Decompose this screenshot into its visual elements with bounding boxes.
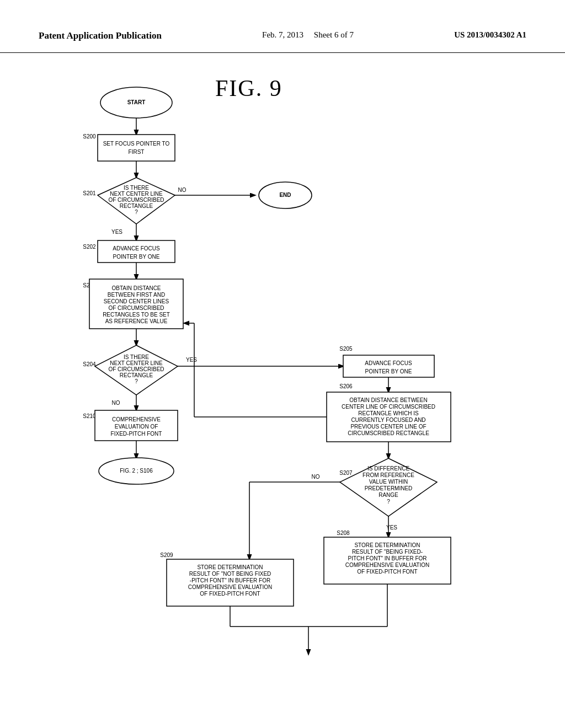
svg-text:RECTANGLES TO BE SET: RECTANGLES TO BE SET [103, 312, 170, 318]
svg-text:?: ? [387, 499, 390, 505]
svg-text:SECOND CENTER LINES: SECOND CENTER LINES [104, 298, 169, 304]
svg-text:RANGE: RANGE [379, 492, 398, 498]
svg-text:AS REFERENCE VALUE: AS REFERENCE VALUE [105, 318, 168, 324]
svg-text:RECTANGLE WHICH IS: RECTANGLE WHICH IS [358, 410, 419, 416]
svg-text:S202: S202 [83, 244, 96, 250]
svg-text:IS DIFFERENCE: IS DIFFERENCE [367, 465, 409, 472]
header-center: Feb. 7, 2013 Sheet 6 of 7 [262, 30, 354, 40]
svg-text:OBTAIN DISTANCE BETWEEN: OBTAIN DISTANCE BETWEEN [349, 397, 427, 403]
svg-text:S205: S205 [339, 346, 353, 352]
svg-text:OF FIXED-PITCH FONT: OF FIXED-PITCH FONT [357, 569, 417, 575]
svg-text:YES: YES [386, 524, 397, 531]
svg-text:PITCH FONT" IN BUFFER FOR: PITCH FONT" IN BUFFER FOR [348, 555, 427, 561]
svg-text:S204: S204 [83, 361, 96, 367]
svg-text:NO: NO [178, 187, 186, 193]
svg-text:RESULT OF "NOT BEING FIXED: RESULT OF "NOT BEING FIXED [189, 571, 271, 577]
svg-text:POINTER BY ONE: POINTER BY ONE [113, 254, 160, 260]
svg-text:RECTANGLE: RECTANGLE [120, 203, 153, 209]
svg-text:START: START [127, 99, 146, 105]
svg-text:IS THERE: IS THERE [124, 354, 149, 360]
svg-text:FROM REFERENCE: FROM REFERENCE [363, 472, 414, 478]
svg-text:YES: YES [186, 357, 197, 363]
svg-text:OBTAIN DISTANCE: OBTAIN DISTANCE [111, 285, 161, 291]
svg-text:S200: S200 [83, 133, 96, 140]
svg-text:YES: YES [111, 229, 122, 235]
svg-text:NEXT CENTER LINE: NEXT CENTER LINE [110, 360, 163, 366]
svg-text:SET FOCUS POINTER TO: SET FOCUS POINTER TO [103, 141, 170, 147]
svg-text:?: ? [135, 378, 138, 384]
svg-text:FIG. 2 ; S106: FIG. 2 ; S106 [120, 468, 153, 474]
header-right: US 2013/0034302 A1 [454, 30, 526, 40]
page: Patent Application Publication Feb. 7, 2… [0, 0, 565, 728]
svg-text:OF CIRCUMSCRIBED: OF CIRCUMSCRIBED [108, 197, 164, 203]
svg-text:IS THERE: IS THERE [124, 185, 149, 191]
svg-rect-4 [98, 135, 175, 161]
svg-text:NEXT CENTER LINE: NEXT CENTER LINE [110, 191, 163, 197]
svg-text:-PITCH FONT" IN BUFFER FOR: -PITCH FONT" IN BUFFER FOR [190, 577, 270, 584]
svg-text:?: ? [135, 209, 138, 215]
svg-text:OF FIXED-PITCH FONT: OF FIXED-PITCH FONT [200, 591, 260, 597]
svg-text:ADVANCE FOCUS: ADVANCE FOCUS [113, 245, 160, 251]
svg-text:OF CIRCUMSCRIBED: OF CIRCUMSCRIBED [108, 305, 164, 311]
svg-text:COMPREHENSIVE EVALUATION: COMPREHENSIVE EVALUATION [345, 562, 429, 568]
svg-text:NO: NO [312, 474, 320, 480]
svg-text:RECTANGLE: RECTANGLE [120, 372, 153, 378]
svg-text:END: END [279, 192, 291, 198]
svg-text:OF CIRCUMSCRIBED: OF CIRCUMSCRIBED [108, 366, 164, 372]
svg-text:S206: S206 [339, 383, 353, 389]
svg-text:ADVANCE FOCUS: ADVANCE FOCUS [365, 360, 412, 366]
svg-text:STORE DETERMINATION: STORE DETERMINATION [197, 564, 263, 570]
svg-text:CURRENTLY FOCUSED AND: CURRENTLY FOCUSED AND [351, 417, 425, 423]
svg-text:BETWEEN FIRST AND: BETWEEN FIRST AND [108, 292, 165, 298]
svg-text:EVALUATION OF: EVALUATION OF [115, 424, 158, 430]
flowchart-svg: START S200 SET FOCUS POINTER TO FIRST S2… [34, 69, 531, 728]
svg-text:NO: NO [112, 400, 120, 406]
header-left: Patent Application Publication [39, 30, 162, 41]
svg-text:VALUE WITHIN: VALUE WITHIN [369, 479, 408, 485]
svg-text:COMPREHENSIVE: COMPREHENSIVE [112, 416, 161, 422]
svg-text:PREDETERMINED: PREDETERMINED [365, 485, 413, 491]
svg-text:PREVIOUS CENTER LINE OF: PREVIOUS CENTER LINE OF [350, 424, 426, 430]
diagram-area: FIG. 9 START S200 SET FOCUS POINTER TO F… [0, 53, 565, 728]
svg-text:STORE DETERMINATION: STORE DETERMINATION [354, 542, 420, 548]
svg-text:COMPREHENSIVE EVALUATION: COMPREHENSIVE EVALUATION [188, 584, 272, 590]
header-date: Feb. 7, 2013 [262, 30, 303, 39]
header: Patent Application Publication Feb. 7, 2… [0, 0, 565, 53]
fig-title: FIG. 9 [215, 75, 282, 101]
svg-text:S208: S208 [337, 530, 350, 536]
svg-text:FIRST: FIRST [129, 149, 145, 155]
svg-text:S210: S210 [83, 413, 96, 419]
svg-text:S207: S207 [339, 470, 353, 476]
svg-text:POINTER BY ONE: POINTER BY ONE [365, 368, 412, 374]
svg-text:FIXED-PITCH FONT: FIXED-PITCH FONT [111, 431, 162, 437]
svg-text:RESULT OF "BEING FIXED-: RESULT OF "BEING FIXED- [352, 549, 423, 555]
svg-text:CENTER LINE OF CIRCUMSCRIBED: CENTER LINE OF CIRCUMSCRIBED [342, 404, 435, 410]
svg-text:S209: S209 [160, 552, 173, 558]
header-sheet: Sheet 6 of 7 [314, 30, 354, 39]
svg-text:CIRCUMSCRIBED RECTANGLE: CIRCUMSCRIBED RECTANGLE [348, 430, 429, 436]
svg-text:S201: S201 [83, 190, 96, 196]
